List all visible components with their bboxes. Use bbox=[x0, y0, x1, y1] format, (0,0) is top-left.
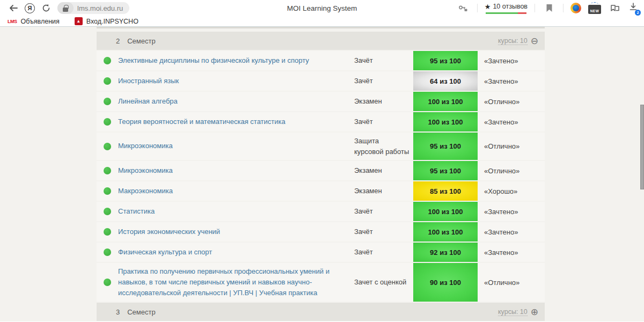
course-name-cell: Линейная алгебра bbox=[118, 92, 354, 111]
course-table-body: Элективные дисциплины по физической куль… bbox=[97, 51, 545, 302]
site-reviews-button[interactable]: ★ 10 отзывов bbox=[485, 3, 528, 14]
course-name-cell: Элективные дисциплины по физической куль… bbox=[118, 51, 354, 70]
assessment-type-cell: Экзамен bbox=[354, 161, 413, 180]
lms-favicon: LMS bbox=[8, 19, 17, 24]
courses-count-link[interactable]: курсы: 10 bbox=[498, 37, 528, 45]
course-name-cell: Микроэкономика bbox=[118, 161, 354, 180]
grade-cell: «Зачтено» bbox=[478, 202, 545, 221]
url-text: lms.moi.edu.ru bbox=[74, 4, 123, 12]
course-link[interactable]: Практика по получению первичных професси… bbox=[118, 266, 345, 298]
site-security-chip[interactable] bbox=[57, 2, 74, 14]
bookmark-label: Вход.INPSYCHO bbox=[86, 18, 138, 25]
browser-extension-button[interactable] bbox=[570, 3, 581, 13]
course-status-cell bbox=[97, 181, 118, 201]
assessment-type-cell: Зачёт bbox=[354, 202, 413, 221]
score-badge: 95 из 100 bbox=[413, 161, 478, 180]
score-badge: 92 из 100 bbox=[413, 243, 478, 262]
course-link[interactable]: История экономических учений bbox=[118, 226, 220, 237]
course-row: Практика по получению первичных професси… bbox=[97, 263, 545, 302]
collections-icon bbox=[610, 4, 620, 12]
status-dot-icon bbox=[104, 98, 111, 105]
collections-button[interactable] bbox=[608, 1, 622, 15]
course-row: Физическая культура и спорт Зачёт 92 из … bbox=[97, 243, 545, 262]
course-row: Микроэкономика Защита курсовой работы 95… bbox=[97, 133, 545, 160]
course-status-cell bbox=[97, 92, 118, 111]
semester-number: 2 bbox=[116, 37, 120, 45]
courses-count-link[interactable]: курсы: 10 bbox=[498, 308, 528, 316]
vertical-scrollbar-thumb[interactable] bbox=[640, 105, 644, 189]
course-name-cell: Иностранный язык bbox=[118, 71, 354, 91]
assessment-type-cell: Зачёт bbox=[354, 112, 413, 131]
course-link[interactable]: Макроэкономика bbox=[118, 186, 173, 196]
browser-toolbar: Я lms.moi.edu.ru MOI Learning System ★ 1… bbox=[0, 0, 644, 16]
cinema-new-extension-button[interactable]: NEW bbox=[588, 5, 601, 14]
assessment-type-cell: Зачёт bbox=[354, 243, 413, 262]
score-badge: 90 из 100 bbox=[413, 263, 478, 302]
course-link[interactable]: Иностранный язык bbox=[118, 76, 179, 86]
status-dot-icon bbox=[104, 187, 111, 195]
bookmark-item-inpsycho[interactable]: ▲ Вход.INPSYCHO bbox=[75, 17, 138, 25]
course-name-cell: Макроэкономика bbox=[118, 181, 354, 201]
score-badge: 100 из 100 bbox=[413, 112, 478, 131]
course-row: Теория вероятностей и математическая ста… bbox=[97, 112, 545, 131]
course-name-cell: Статистика bbox=[118, 202, 354, 221]
assessment-type-cell: Экзамен bbox=[354, 92, 413, 111]
lock-icon bbox=[63, 8, 68, 12]
expand-section-icon[interactable]: ⊕ bbox=[531, 308, 538, 317]
score-badge: 85 из 100 bbox=[413, 181, 478, 201]
course-status-cell bbox=[97, 161, 118, 180]
course-status-cell bbox=[97, 222, 118, 241]
course-link[interactable]: Микроэкономика bbox=[118, 141, 173, 151]
course-status-cell bbox=[97, 133, 118, 160]
semester-3-header[interactable]: 3 Семестр курсы: 10 ⊕ bbox=[97, 303, 545, 321]
bookmark-flag-icon bbox=[546, 4, 553, 12]
grade-cell: «Отлично» bbox=[478, 133, 545, 160]
refresh-button[interactable] bbox=[39, 1, 53, 15]
collapse-section-icon[interactable]: ⊖ bbox=[531, 36, 538, 46]
rating-bar bbox=[486, 12, 526, 14]
assessment-type-cell: Экзамен bbox=[354, 181, 413, 201]
assessment-type-cell: Зачёт bbox=[354, 222, 413, 241]
status-dot-icon bbox=[104, 248, 111, 256]
score-badge: 100 из 100 bbox=[413, 202, 478, 221]
course-status-cell bbox=[97, 51, 118, 70]
course-row: Микроэкономика Экзамен 95 из 100 «Отличн… bbox=[97, 161, 545, 180]
course-link[interactable]: Теория вероятностей и математическая ста… bbox=[118, 116, 286, 127]
course-link[interactable]: Микроэкономика bbox=[118, 165, 173, 176]
divider bbox=[563, 4, 564, 12]
yandex-home-button[interactable]: Я bbox=[25, 3, 35, 13]
course-name-cell: Физическая культура и спорт bbox=[118, 243, 354, 262]
grade-cell: «Зачтено» bbox=[478, 112, 545, 131]
semester-title: Семестр bbox=[127, 37, 155, 45]
course-link[interactable]: Линейная алгебра bbox=[118, 96, 178, 107]
grade-cell: «Отлично» bbox=[478, 263, 545, 302]
bookmark-page-button[interactable] bbox=[542, 1, 556, 15]
status-dot-icon bbox=[104, 228, 111, 236]
assessment-type-cell: Зачёт bbox=[354, 71, 413, 91]
course-name-cell: Практика по получению первичных професси… bbox=[118, 263, 354, 302]
course-link[interactable]: Статистика bbox=[118, 206, 155, 217]
status-dot-icon bbox=[104, 57, 111, 64]
address-bar[interactable]: lms.moi.edu.ru bbox=[57, 2, 129, 14]
status-dot-icon bbox=[104, 208, 111, 215]
back-button[interactable] bbox=[6, 1, 20, 15]
course-status-cell bbox=[97, 202, 118, 221]
downloads-button[interactable]: 2 bbox=[629, 3, 638, 13]
bookmark-item-announcements[interactable]: LMS Объявления bbox=[8, 18, 60, 25]
assessment-type-cell: Зачёт bbox=[354, 51, 413, 70]
course-name-cell: Теория вероятностей и математическая ста… bbox=[118, 112, 354, 131]
course-name-cell: История экономических учений bbox=[118, 222, 354, 241]
semester-2-header[interactable]: 2 Семестр курсы: 10 ⊖ bbox=[97, 32, 545, 50]
divider bbox=[535, 4, 535, 12]
star-icon: ★ bbox=[485, 3, 491, 11]
course-status-cell bbox=[97, 263, 118, 302]
assessment-type-cell: Зачет с оценкой bbox=[354, 263, 413, 302]
download-count-badge: 2 bbox=[635, 10, 641, 16]
divider bbox=[477, 4, 478, 12]
grade-cell: «Зачтено» bbox=[478, 222, 545, 241]
grade-table: 2 Семестр курсы: 10 ⊖ Элективные дисципл… bbox=[97, 27, 545, 321]
course-link[interactable]: Физическая культура и спорт bbox=[118, 247, 212, 258]
passwords-extension-button[interactable] bbox=[456, 1, 470, 15]
course-link[interactable]: Элективные дисциплины по физической куль… bbox=[118, 55, 309, 66]
course-row: Статистика Зачёт 100 из 100 «Зачтено» bbox=[97, 202, 545, 221]
